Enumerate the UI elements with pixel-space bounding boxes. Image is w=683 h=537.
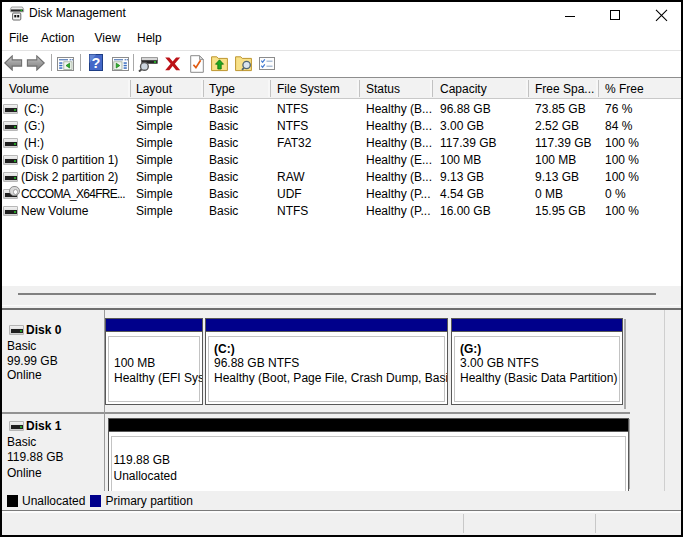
svg-text:?: ? bbox=[92, 55, 101, 71]
